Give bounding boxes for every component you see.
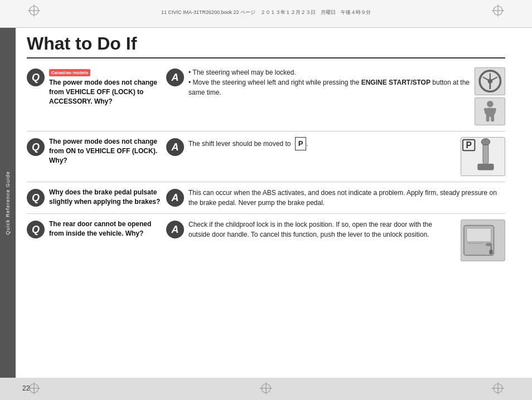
q-icon-3: Q xyxy=(27,189,45,207)
door-image xyxy=(461,219,505,261)
svg-point-7 xyxy=(487,79,492,84)
a-side-2: A The shift lever should be moved to P. … xyxy=(166,137,505,176)
gear-image: P xyxy=(461,137,505,176)
svg-rect-17 xyxy=(491,116,494,122)
q-icon-1: Q xyxy=(27,69,45,86)
a-side-3: A This can occur when the ABS activates,… xyxy=(166,188,505,208)
svg-rect-26 xyxy=(490,250,493,255)
svg-point-12 xyxy=(487,101,494,108)
a-text-1: • The steering wheel may be locked. • Mo… xyxy=(188,67,470,97)
p-indicator: P xyxy=(295,137,307,150)
qa-section-3: Q Why does the brake pedal pulsate sligh… xyxy=(27,182,505,214)
q-icon-4: Q xyxy=(27,221,45,238)
a-side-1: A • The steering wheel may be locked. • … xyxy=(166,67,505,125)
crosshair-tr xyxy=(492,4,504,18)
q-text-3: Why does the brake pedal pulsate slightl… xyxy=(49,188,161,207)
svg-text:P: P xyxy=(466,140,471,150)
a-icon-2: A xyxy=(166,138,184,156)
sidebar-label: Quick Reference Guide xyxy=(5,171,11,235)
svg-rect-16 xyxy=(486,116,489,122)
main-content: What to Do If Q Canadian models The powe… xyxy=(16,28,516,378)
canadian-badge: Canadian models xyxy=(49,69,90,76)
svg-line-10 xyxy=(492,77,497,80)
a-text-2: The shift lever should be moved to P. xyxy=(188,137,455,150)
page-title: What to Do If xyxy=(27,33,505,58)
q-text-1: Canadian models The power mode does not … xyxy=(49,67,161,106)
a-text-4: Check if the childproof lock is in the l… xyxy=(188,219,455,240)
q-side-3: Q Why does the brake pedal pulsate sligh… xyxy=(27,188,161,207)
steering-images xyxy=(475,67,505,125)
q-side-2: Q The power mode does not change from ON… xyxy=(27,137,161,165)
q-side-4: Q The rear door cannot be opened from in… xyxy=(27,219,161,238)
header-file-info: 11 CIVIC IMA-31TR26200.book 22 ページ ２０１３年… xyxy=(161,9,371,16)
svg-rect-25 xyxy=(486,243,492,246)
qa-section-1: Q Canadian models The power mode does no… xyxy=(27,62,505,131)
crosshair-tl xyxy=(28,4,40,18)
q-text-4: The rear door cannot be opened from insi… xyxy=(49,219,161,238)
crosshair-bc xyxy=(260,382,272,396)
steering-wheel-image xyxy=(475,67,505,95)
crosshair-br xyxy=(492,382,504,396)
top-bar: 11 CIVIC IMA-31TR26200.book 22 ページ ２０１３年… xyxy=(0,0,532,28)
a-icon-3: A xyxy=(166,189,184,207)
sidebar: Quick Reference Guide xyxy=(0,28,16,378)
a-text-3: This can occur when the ABS activates, a… xyxy=(188,188,505,208)
a-icon-1: A xyxy=(166,69,184,86)
svg-rect-22 xyxy=(477,164,494,170)
q-text-2: The power mode does not change from ON t… xyxy=(49,137,161,165)
a-icon-4: A xyxy=(166,221,184,238)
q-icon-2: Q xyxy=(27,138,45,156)
svg-rect-24 xyxy=(467,228,491,242)
svg-point-21 xyxy=(481,139,490,145)
person-icon-image xyxy=(475,97,505,125)
qa-section-4: Q The rear door cannot be opened from in… xyxy=(27,214,505,267)
bottom-bar xyxy=(0,378,532,400)
svg-line-9 xyxy=(483,77,488,80)
qa-section-2: Q The power mode does not change from ON… xyxy=(27,131,505,182)
a-side-4: A Check if the childproof lock is in the… xyxy=(166,219,505,261)
page-number: 22 xyxy=(22,384,30,392)
q-side-1: Q Canadian models The power mode does no… xyxy=(27,67,161,106)
